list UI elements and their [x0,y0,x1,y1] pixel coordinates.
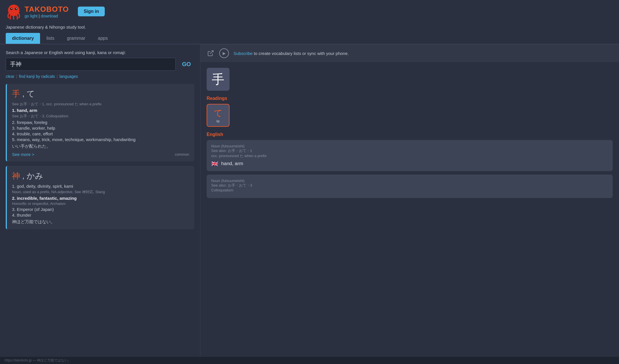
search-input[interactable] [6,58,176,71]
result-card-1: 手 , て See お手・おて・1, occ. pronounced た whe… [6,84,194,161]
english-card-2: Noun (futsuumeishi) See also: お手・おて・3 Co… [207,175,613,198]
search-row: GO [6,58,194,71]
app-title: TAKOBOTO [25,5,69,14]
subscribe-suffix: to create vocabulary lists or sync with … [253,51,349,56]
result-def-1-1: 1. hand, arm [12,108,189,113]
sign-in-button[interactable]: Sign in [78,7,104,16]
header: TAKOBOTO go light | download Sign in [0,0,619,23]
tab-grammar[interactable]: grammar [61,33,92,44]
result-see-1: See お手・おて・1, occ. pronounced た when a pr… [12,102,189,107]
result-example-2: 神ほど万能ではない。 [12,219,189,225]
right-panel: ▶ Subscribe to create vocabulary lists o… [200,44,619,364]
result-see-2b: Honorific or respectful, Archaism [12,201,189,206]
result-def-2-2: 2. incredible, fantastic, amazing [12,196,189,201]
result-def-2-4: 4. thunder [12,213,189,217]
status-example: 神ほど万能ではない。 [37,358,71,362]
svg-point-3 [11,8,12,9]
tab-apps[interactable]: apps [92,33,114,44]
uk-flag-icon: 🇬🇧 [211,160,218,167]
result-title-1: 手 , て [12,88,189,99]
download-link[interactable]: download [41,14,58,18]
result-separator-1: , て [22,89,35,98]
logo-subtitle: go light | download [25,14,69,18]
result-footer-1: See more > common [12,152,189,157]
result-def-2-1: 1. god, deity, divinity, spirit, kami [12,184,189,189]
reading-box: て te [207,104,230,127]
search-label: Search a Japanese or English word using … [6,50,194,55]
sign-in-container: Sign in [78,7,104,16]
logo-icon [6,3,22,19]
english-section: English Noun (futsuumeishi) See also: お手… [207,132,613,198]
svg-line-6 [210,51,213,54]
readings-label: Readings [207,96,613,101]
english-meaning-text-1: hand, arm [221,161,243,167]
status-bar: https://takoboto.jp — 神ほど万能ではない。 [0,357,619,364]
search-links: clear | find kanji by radicals | languag… [6,74,194,79]
result-title-2: 神 , かみ [12,171,189,181]
logo-container: TAKOBOTO go light | download [6,3,69,19]
result-def-1-4: 4. trouble, care, effort [12,131,189,136]
svg-point-5 [11,9,17,13]
reading-kana: て [214,107,223,119]
kanji-character: 手 [212,71,224,88]
logo-text-block: TAKOBOTO go light | download [25,5,69,18]
result-example-1: いい手が配られた。 [12,144,189,149]
subscribe-bar: ▶ Subscribe to create vocabulary lists o… [200,44,619,62]
english-label: English [207,132,613,137]
status-url: https://takoboto.jp [5,358,32,362]
clear-link[interactable]: clear [6,74,14,79]
go-light-link[interactable]: go light [25,14,37,18]
tagline: Japanese dictionary & Nihongo study tool… [0,23,619,33]
svg-point-4 [16,8,17,9]
tab-dictionary[interactable]: dictionary [6,33,40,44]
nav-tabs: dictionary lists grammar apps [0,33,619,44]
english-meaning-1: 🇬🇧 hand, arm [211,160,608,167]
kanji-display-box: 手 [207,68,230,91]
result-def-1-2: 2. forepaw, foreleg [12,120,189,125]
languages-link[interactable]: languages [60,74,78,79]
english-card-1: Noun (futsuumeishi) See also: お手・おて・1 oc… [207,140,613,171]
result-kanji-2: 神 [12,171,20,180]
subscribe-text: Subscribe to create vocabulary lists or … [234,51,349,56]
english-card-1-header: Noun (futsuumeishi) See also: お手・おて・1 oc… [211,144,608,159]
reading-romaji: te [217,119,220,123]
result-def-1-5: 5. means, way, trick, move, technique, w… [12,137,189,142]
result-see-2a: Noun, used as a prefix, NA-adjective, Se… [12,189,189,195]
tab-lists[interactable]: lists [40,33,61,44]
play-icon[interactable]: ▶ [219,48,229,58]
main-layout: Search a Japanese or English word using … [0,44,619,364]
result-card-2: 神 , かみ 1. god, deity, divinity, spirit, … [6,166,194,229]
result-see-1b: See お手・おて・3, Colloquialism [12,114,189,119]
find-kanji-link[interactable]: find kanji by radicals [19,74,55,79]
status-text: — [33,358,37,362]
result-def-1-3: 3. handle, worker, help [12,126,189,130]
subscribe-link[interactable]: Subscribe [234,51,253,56]
english-card-2-header: Noun (futsuumeishi) See also: お手・おて・3 Co… [211,179,608,192]
result-separator-2: , かみ [22,171,43,180]
left-panel: Search a Japanese or English word using … [0,44,200,364]
go-button[interactable]: GO [179,59,194,70]
common-badge-1: common [175,152,189,157]
result-kanji-1: 手 [12,89,20,98]
result-def-2-3: 3. Emperor (of Japan) [12,207,189,212]
external-link-icon [207,49,215,57]
kanji-detail: 手 Readings て te English Noun (futsuumeis… [200,62,619,207]
see-more-1[interactable]: See more > [12,152,34,157]
